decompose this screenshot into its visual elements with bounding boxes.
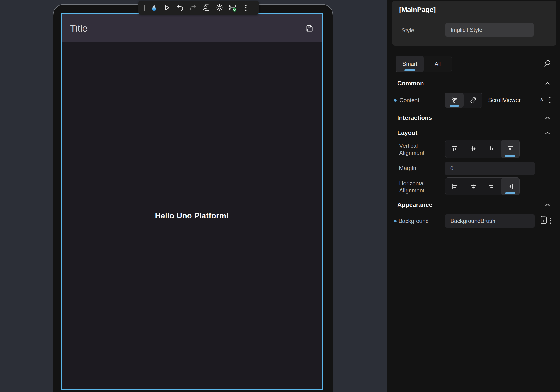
page-canvas[interactable]: Hello Uno Platform! <box>61 42 322 389</box>
resource-reference-icon[interactable] <box>540 215 548 224</box>
halign-left-button[interactable] <box>445 178 464 195</box>
collapse-layout-icon[interactable] <box>544 130 551 136</box>
undo-button[interactable] <box>173 2 187 14</box>
tab-all[interactable]: All <box>424 56 451 72</box>
background-modified-dot <box>394 220 397 222</box>
content-value[interactable]: ScrollViewer <box>488 97 521 103</box>
collapse-appearance-icon[interactable] <box>544 202 551 208</box>
markup-binding-icon[interactable]: x <box>540 95 543 103</box>
valign-top-button[interactable] <box>445 140 464 158</box>
horizontal-alignment-group <box>445 177 520 195</box>
tag-icon[interactable] <box>464 93 482 108</box>
more-options-icon[interactable] <box>239 2 252 14</box>
content-more-icon[interactable] <box>549 96 551 104</box>
vertical-alignment-label: Vertical Alignment <box>399 142 437 156</box>
tab-smart-label: Smart <box>402 60 417 67</box>
valign-bottom-button[interactable] <box>482 140 501 158</box>
margin-label: Margin <box>399 165 416 171</box>
visual-tree-icon[interactable] <box>445 93 464 108</box>
app-title: Title <box>70 23 88 34</box>
halign-right-button[interactable] <box>482 178 501 195</box>
horizontal-alignment-label: Horizontal Alignment <box>399 180 437 194</box>
content-editor-toggle <box>445 93 482 108</box>
tab-smart[interactable]: Smart <box>396 56 424 72</box>
valign-stretch-button[interactable] <box>501 140 520 158</box>
hot-design-toolbar <box>138 1 259 15</box>
halign-stretch-button[interactable] <box>501 178 520 195</box>
halign-selected-indicator <box>505 192 515 194</box>
redo-button[interactable] <box>187 2 200 14</box>
connection-status-icon[interactable] <box>226 2 239 14</box>
style-value-field[interactable]: Implicit Style <box>445 23 534 37</box>
background-label: Background <box>399 218 429 224</box>
hot-design-workspace: Title Hello Uno Platform! <box>0 0 560 392</box>
selected-element-name: [MainPage] <box>399 6 436 14</box>
content-modified-dot <box>394 99 397 102</box>
hello-text[interactable]: Hello Uno Platform! <box>155 211 229 220</box>
valign-selected-indicator <box>505 155 515 157</box>
section-layout[interactable]: Layout <box>397 129 417 137</box>
save-icon[interactable] <box>305 24 314 33</box>
property-inspector-panel: [MainPage] Style Implicit Style Smart Al… <box>387 0 560 392</box>
app-title-bar[interactable]: Title <box>61 14 322 42</box>
background-more-icon[interactable] <box>549 217 551 225</box>
active-editor-indicator <box>450 105 459 107</box>
valign-center-button[interactable] <box>464 140 483 158</box>
active-tab-indicator <box>404 69 415 71</box>
style-label: Style <box>401 27 414 34</box>
collapse-interactions-icon[interactable] <box>544 115 551 121</box>
panel-divider <box>391 0 391 392</box>
halign-center-button[interactable] <box>464 178 483 195</box>
section-appearance[interactable]: Appearance <box>397 201 432 209</box>
collapse-common-icon[interactable] <box>544 80 551 87</box>
section-interactions[interactable]: Interactions <box>397 114 432 121</box>
drag-handle-icon[interactable] <box>141 2 147 14</box>
background-field[interactable]: BackgroundBrush <box>445 214 535 228</box>
selected-page-outline[interactable]: Title Hello Uno Platform! <box>60 13 323 390</box>
vertical-alignment-group <box>445 140 520 158</box>
tab-all-label: All <box>435 60 441 67</box>
content-label: Content <box>400 97 419 103</box>
margin-field[interactable]: 0 <box>445 162 535 175</box>
theme-light-icon[interactable] <box>213 2 226 14</box>
search-icon[interactable] <box>543 59 552 68</box>
hot-design-flame-icon[interactable] <box>147 2 160 14</box>
section-common[interactable]: Common <box>397 80 424 87</box>
selected-element-card: [MainPage] Style Implicit Style <box>392 1 556 46</box>
inspect-element-icon[interactable] <box>200 2 213 14</box>
property-filter-tabs: Smart All <box>396 56 452 72</box>
play-button[interactable] <box>160 2 173 14</box>
